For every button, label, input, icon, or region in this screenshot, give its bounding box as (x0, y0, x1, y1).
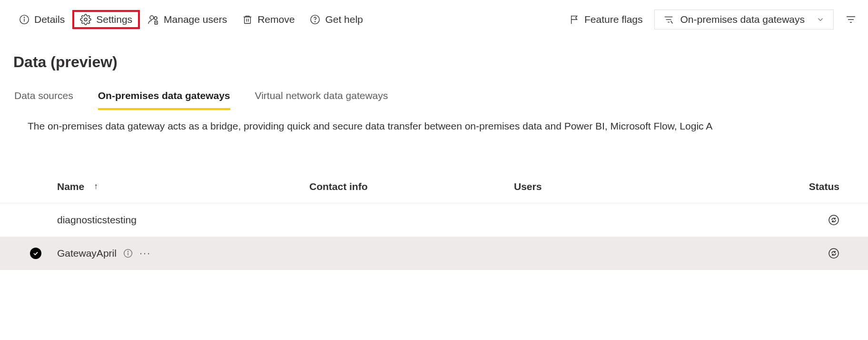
selected-check-icon (30, 248, 41, 259)
table-header-row: Name ↑ Contact info Users Status (0, 170, 868, 203)
get-help-label: Get help (325, 14, 363, 25)
header-name[interactable]: Name ↑ (57, 181, 309, 192)
tab-on-premises-gateways[interactable]: On-premises data gateways (98, 90, 230, 110)
header-contact[interactable]: Contact info (309, 181, 514, 192)
help-icon (310, 14, 320, 25)
gear-icon (80, 14, 91, 25)
filter-icon (663, 14, 674, 25)
svg-point-12 (315, 21, 316, 22)
get-help-button[interactable]: Get help (302, 10, 370, 29)
header-status[interactable]: Status (695, 181, 854, 192)
svg-rect-8 (245, 17, 251, 24)
filter-dropdown[interactable]: On-premises data gateways (654, 10, 834, 30)
tab-description: The on-premises data gateway acts as a b… (0, 110, 868, 132)
feature-flags-label: Feature flags (584, 14, 643, 25)
filter-settings-icon[interactable] (845, 14, 857, 25)
header-name-label: Name (57, 181, 84, 192)
info-icon[interactable] (123, 249, 133, 258)
gateway-name: GatewayApril (57, 248, 117, 259)
refresh-icon (828, 248, 839, 259)
toolbar-right: Feature flags On-premises data gateways (562, 10, 857, 30)
svg-point-2 (24, 17, 24, 18)
table-row[interactable]: GatewayApril ··· (0, 237, 868, 270)
flag-icon (569, 14, 580, 25)
settings-label: Settings (96, 14, 132, 25)
details-label: Details (34, 14, 65, 25)
manage-users-label: Manage users (164, 14, 227, 25)
remove-button[interactable]: Remove (235, 10, 302, 29)
details-button[interactable]: Details (11, 10, 72, 29)
toolbar-left: Details Settings Manage users (11, 10, 371, 29)
svg-point-5 (154, 17, 157, 20)
gateway-status[interactable] (695, 248, 854, 259)
toolbar: Details Settings Manage users (0, 0, 868, 39)
people-icon (148, 14, 159, 25)
gateway-status[interactable] (695, 214, 854, 226)
tab-virtual-network-gateways[interactable]: Virtual network data gateways (255, 90, 388, 110)
svg-point-20 (829, 215, 838, 225)
chevron-down-icon (816, 15, 825, 24)
svg-point-23 (128, 251, 128, 251)
tabs: Data sources On-premises data gateways V… (0, 76, 868, 110)
feature-flags-button[interactable]: Feature flags (562, 10, 643, 29)
row-select[interactable] (14, 248, 57, 259)
svg-point-3 (84, 18, 87, 21)
remove-label: Remove (257, 14, 295, 25)
table-row[interactable]: diagnosticstesting (0, 203, 868, 237)
trash-icon (242, 14, 253, 25)
refresh-icon (828, 214, 839, 226)
gateway-name: diagnosticstesting (57, 214, 137, 226)
settings-button[interactable]: Settings (72, 10, 140, 29)
page-title: Data (preview) (0, 39, 868, 76)
sort-ascending-icon: ↑ (94, 181, 98, 191)
header-users[interactable]: Users (514, 181, 695, 192)
gateways-table: Name ↑ Contact info Users Status diagnos… (0, 170, 868, 270)
tab-data-sources[interactable]: Data sources (14, 90, 73, 110)
svg-point-4 (150, 16, 154, 20)
filter-dropdown-label: On-premises data gateways (681, 14, 805, 25)
info-icon (19, 14, 30, 25)
more-actions-button[interactable]: ··· (139, 247, 151, 260)
manage-users-button[interactable]: Manage users (140, 10, 235, 29)
svg-point-24 (829, 249, 838, 258)
